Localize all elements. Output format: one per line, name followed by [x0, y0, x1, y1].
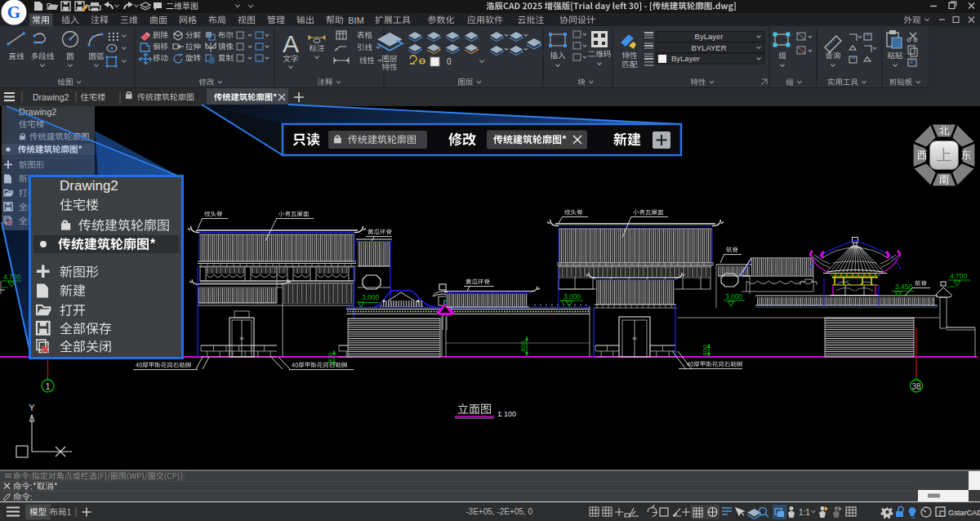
svg-text:BYLAYER: BYLAYER: [691, 43, 726, 52]
svg-text:800: 800: [519, 341, 527, 352]
svg-text:Drawing2: Drawing2: [60, 178, 118, 194]
svg-text:GstarCAD: GstarCAD: [948, 509, 980, 517]
svg-text:Y: Y: [29, 403, 35, 412]
svg-text:800: 800: [702, 345, 709, 356]
svg-text:3.450: 3.450: [895, 283, 913, 291]
svg-text::: :: [501, 410, 503, 418]
svg-text:3.000: 3.000: [725, 292, 743, 301]
svg-text:800: 800: [327, 352, 334, 363]
svg-text:-3E+05, -2E+05, 0: -3E+05, -2E+05, 0: [466, 507, 532, 516]
svg-text:38: 38: [911, 382, 921, 391]
svg-text:1: 1: [45, 381, 50, 391]
svg-text:1:1: 1:1: [799, 508, 810, 517]
svg-text:¤¤: ¤¤: [239, 336, 244, 341]
svg-text:3.000: 3.000: [362, 293, 380, 301]
svg-text:100: 100: [504, 410, 516, 418]
svg-text:3.000: 3.000: [564, 292, 581, 301]
svg-text:ByLayer: ByLayer: [695, 32, 724, 41]
svg-text:A: A: [283, 30, 299, 57]
svg-text:¤¤: ¤¤: [632, 336, 637, 341]
svg-text:G: G: [7, 2, 20, 22]
svg-text:0: 0: [447, 57, 452, 66]
svg-text:BIM: BIM: [348, 16, 364, 25]
svg-text:ByLayer: ByLayer: [671, 54, 700, 63]
svg-text:4.700: 4.700: [950, 272, 968, 280]
svg-text:Drawing2: Drawing2: [33, 92, 69, 102]
